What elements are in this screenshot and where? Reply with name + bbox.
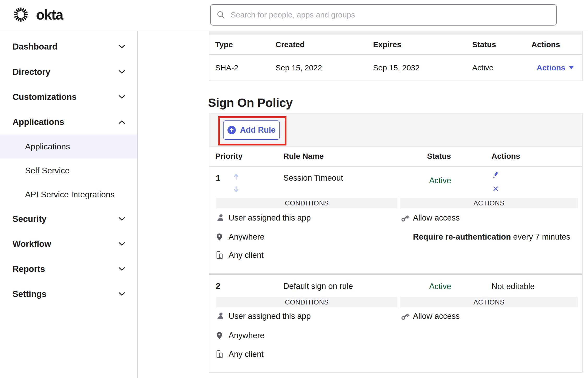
key-icon: [400, 214, 413, 222]
certificate-table-header: Type Created Expires Status Actions: [209, 35, 582, 55]
actions-bar: ACTIONS: [400, 297, 578, 307]
col-status: Status: [427, 152, 451, 161]
cert-actions-label: Actions: [537, 63, 565, 72]
sidebar-item-directory[interactable]: Directory: [0, 59, 137, 84]
sidebar-item-label: Workflow: [0, 239, 51, 249]
reauth-bold-text: Require re-authentication: [413, 232, 511, 241]
col-type: Type: [215, 40, 233, 49]
rules-table-header: Priority Rule Name Status Actions: [209, 147, 582, 167]
chevron-down-icon: [118, 95, 125, 99]
col-actions: Actions: [531, 40, 560, 49]
arrow-down-icon: [233, 186, 239, 193]
sidebar-item-security[interactable]: Security: [0, 206, 137, 231]
card-top-strip: [209, 31, 582, 35]
move-down-button[interactable]: [233, 186, 239, 193]
chevron-down-icon: [118, 217, 125, 221]
actions-bar: ACTIONS: [400, 198, 578, 208]
sidebar-item-applications[interactable]: Applications: [0, 109, 137, 135]
sidebar-item-label: Applications: [0, 117, 64, 127]
sidebar-item-label: Reports: [0, 264, 45, 274]
rule-2-details: User assigned this app Anywhere Any clie…: [209, 307, 582, 372]
certificate-table-row: SHA-2 Sep 15, 2022 Sep 15, 2032 Active A…: [209, 55, 582, 81]
sidebar-item-workflow[interactable]: Workflow: [0, 231, 137, 257]
rule-priority: 1: [216, 173, 220, 183]
sidebar-item-settings[interactable]: Settings: [0, 282, 137, 307]
sidebar-item-reports[interactable]: Reports: [0, 257, 137, 282]
page-title: Sign On Policy: [208, 95, 293, 110]
condition-any-client: Any client: [216, 249, 263, 261]
global-search[interactable]: [210, 4, 557, 26]
col-actions: Actions: [491, 152, 520, 161]
sidebar-item-label: Customizations: [0, 92, 77, 102]
arrow-up-icon: [233, 173, 239, 180]
cert-status: Active: [472, 63, 494, 72]
rule-status: Active: [429, 282, 451, 291]
edit-rule-button[interactable]: [491, 171, 499, 179]
sidebar-item-label: Security: [0, 214, 46, 224]
col-status: Status: [472, 40, 496, 49]
action-reauth: Require re-authentication every 7 minute…: [400, 231, 570, 243]
chevron-down-icon: [118, 292, 125, 296]
move-up-button[interactable]: [233, 173, 239, 180]
top-header: okta: [0, 0, 588, 31]
chevron-down-icon: [118, 242, 125, 246]
sidebar-item-label: Settings: [0, 289, 46, 299]
sidebar-item-dashboard[interactable]: Dashboard: [0, 34, 137, 59]
action-allow-access: Allow access: [400, 212, 460, 224]
sign-on-policy-card: + Add Rule Priority Rule Name Status Act…: [209, 113, 583, 373]
pencil-icon: [491, 171, 499, 179]
caret-down-icon: [569, 66, 574, 69]
sidebar-subitem-api-service-integrations[interactable]: API Service Integrations: [0, 182, 137, 206]
search-input[interactable]: [230, 10, 550, 20]
devices-icon: [216, 251, 229, 260]
condition-anywhere: Anywhere: [216, 330, 265, 341]
okta-logo[interactable]: okta: [13, 6, 63, 23]
sidebar-subitem-label: Self Service: [0, 166, 70, 175]
sidebar-item-label: Dashboard: [0, 42, 57, 52]
cert-type: SHA-2: [215, 63, 238, 72]
conditions-bar: CONDITIONS: [216, 297, 397, 307]
condition-any-client: Any client: [216, 349, 263, 360]
cert-expires: Sep 15, 2032: [373, 63, 420, 72]
sidebar-subitem-label: API Service Integrations: [0, 190, 115, 199]
chevron-down-icon: [118, 45, 125, 49]
rule-name: Default sign on rule: [283, 282, 353, 291]
cert-actions-menu[interactable]: Actions: [537, 63, 574, 72]
chevron-down-icon: [118, 267, 125, 271]
search-icon: [217, 10, 225, 19]
add-rule-button[interactable]: + Add Rule: [223, 120, 280, 140]
okta-sunburst-icon: [13, 6, 29, 23]
rule-not-editable: Not editable: [491, 282, 535, 291]
location-pin-icon: [216, 233, 229, 241]
rule-row-2: 2 Default sign on rule Active Not editab…: [209, 275, 582, 297]
cert-created: Sep 15, 2022: [275, 63, 322, 72]
rule-2-section-bars: CONDITIONS ACTIONS: [209, 297, 582, 307]
user-icon: [216, 312, 229, 320]
condition-user-assigned: User assigned this app: [216, 310, 311, 322]
col-created: Created: [275, 40, 305, 49]
add-rule-label: Add Rule: [240, 125, 275, 135]
sidebar-subitem-self-service[interactable]: Self Service: [0, 158, 137, 182]
chevron-down-icon: [118, 70, 125, 74]
col-priority: Priority: [215, 152, 243, 161]
sidebar-item-customizations[interactable]: Customizations: [0, 84, 137, 109]
sidebar-subitem-label: Applications: [0, 142, 70, 151]
conditions-bar: CONDITIONS: [216, 198, 397, 208]
sidebar-item-label: Directory: [0, 67, 50, 77]
plus-icon: +: [227, 126, 236, 134]
rule-name: Session Timeout: [283, 173, 343, 183]
rule-status: Active: [429, 176, 451, 185]
action-allow-access: Allow access: [400, 310, 460, 322]
sidebar-subitem-applications[interactable]: Applications: [0, 135, 137, 158]
location-pin-icon: [216, 331, 229, 340]
chevron-up-icon: [118, 120, 125, 124]
certificate-table-card: Type Created Expires Status Actions SHA-…: [209, 31, 583, 81]
rule-1-details: User assigned this app Anywhere Any clie…: [209, 208, 582, 273]
key-icon: [400, 312, 413, 321]
sidebar-nav: Dashboard Directory Customizations Appli…: [0, 31, 138, 378]
devices-icon: [216, 350, 229, 359]
policy-toolbar: + Add Rule: [209, 113, 582, 147]
col-rule-name: Rule Name: [283, 152, 324, 161]
delete-rule-button[interactable]: [492, 185, 499, 192]
rule-row-1: 1 Session Timeout Active: [209, 167, 582, 198]
